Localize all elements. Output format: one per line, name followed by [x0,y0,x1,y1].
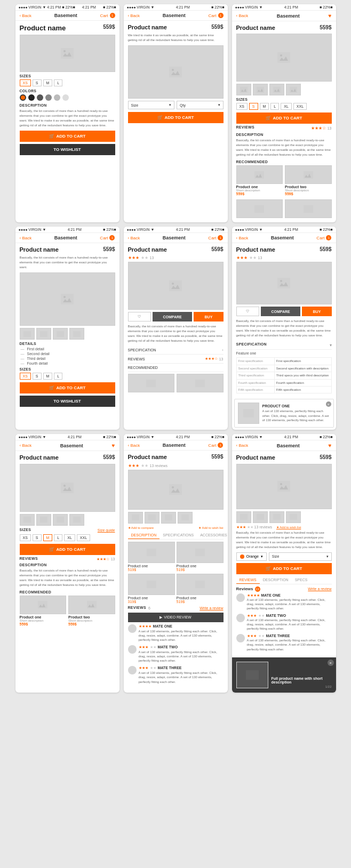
size-xxl-3[interactable]: XXL [293,103,307,110]
back-btn-8[interactable]: ‹ Back [236,443,249,448]
thumb-6-3[interactable] [53,514,68,526]
thumb-7-3[interactable] [161,512,176,524]
back-btn-3b[interactable]: ‹ Back [20,236,32,240]
add-to-cart-btn-2[interactable]: 🛒 ADD TO CART [128,112,224,123]
size-s-6[interactable]: S [33,534,42,541]
heart-btn-6[interactable]: ♥ [112,443,115,448]
size-l-1[interactable]: L [54,79,62,86]
add-to-cart-8[interactable]: 🛒 ADD TO CART [236,563,332,574]
to-wishlist-btn-1[interactable]: TO WISHLIST [20,144,115,155]
thumb-3b-3[interactable] [53,328,68,340]
write-review-7[interactable]: Write a review [200,606,223,610]
size-xxl-6[interactable]: XXL [77,534,90,541]
thumb-3-3[interactable] [269,84,284,95]
nav-right-1[interactable]: Cart 1 [100,13,115,18]
size-guide-6[interactable]: Size guide [98,528,115,532]
thumb-7-2[interactable] [145,512,159,524]
size-l-3b[interactable]: L [54,373,62,380]
add-to-cart-btn-3[interactable]: 🛒 ADD TO CART [236,112,332,124]
back-btn-5[interactable]: ‹ Back [236,236,249,240]
color-gray[interactable] [45,94,52,101]
size-s-3b[interactable]: S [33,373,42,380]
wishlist-btn-3b[interactable]: TO WISHLIST [20,396,115,407]
size-select-8[interactable]: Size ▾ [269,552,332,561]
back-btn-2[interactable]: ‹ Back [128,13,140,18]
color-orange[interactable] [20,94,26,101]
color-dark-gray[interactable] [37,94,43,101]
size-xs-1[interactable]: XS [20,79,31,86]
heart-icon-3[interactable]: ♥ [329,13,332,19]
add-wishlist-7[interactable]: ★ Add to wish list [198,526,223,529]
add-to-cart-btn-1[interactable]: 🛒 ADD TO CART [20,131,115,142]
size-xl-3[interactable]: XL [281,103,292,110]
size-xs-6[interactable]: XS [20,534,31,541]
thumb-3-1[interactable] [236,84,251,95]
thumb-6-2[interactable] [36,514,51,526]
size-m-3[interactable]: M [260,103,269,110]
size-xs-3b[interactable]: XS [20,373,31,380]
color-black[interactable] [28,94,35,101]
size-xs-3[interactable]: XS [236,103,248,110]
spec-row-4[interactable]: SPECIFICATION › [128,346,224,355]
tab-accessories-7[interactable]: ACCESSORIES [197,532,227,539]
spec-header-5[interactable]: SPECIFICATION ▾ [236,341,332,350]
close-banner-8[interactable]: × [328,660,334,666]
close-popup-5[interactable]: × [326,401,331,407]
tab-specs-8[interactable]: SPECS [292,576,311,584]
tab-specs-7[interactable]: SPECIFICATIONS [159,532,197,539]
reviews-row-4[interactable]: REVIEWS ★★★☆ 13 [128,355,224,364]
video-review-7[interactable]: ▶ VIDEO REVIEW [128,613,224,622]
thumb-8-4[interactable] [286,511,301,523]
write-review-8[interactable]: Write a review [308,587,331,591]
thumb-8-2[interactable] [253,511,268,523]
thumb-3-2[interactable] [253,84,268,95]
back-btn-3[interactable]: ‹ Back [236,13,249,18]
back-btn-4[interactable]: ‹ Back [128,236,140,240]
size-m-1[interactable]: M [43,79,53,86]
color-select-8[interactable]: Orange ▾ [236,552,267,561]
buy-btn-4[interactable]: BUY [194,312,223,322]
size-xl-6[interactable]: XL [64,534,75,541]
size-m-6[interactable]: M [43,534,53,541]
back-btn-6[interactable]: ‹ Back [20,443,32,448]
compare-btn-4[interactable]: COMPARE [153,312,193,322]
thumb-3b-1[interactable] [20,328,35,340]
add-to-cart-3b[interactable]: 🛒 ADD TO CART [20,382,115,393]
size-l-6[interactable]: L [54,534,62,541]
thumb-6-1[interactable] [20,514,35,526]
cart-btn-4[interactable]: Cart 1 [208,235,223,240]
cart-btn-3b[interactable]: Cart 1 [100,235,115,240]
add-wishlist-8[interactable]: ★ Add to wish list [276,525,301,529]
size-s-3[interactable]: S [249,103,258,110]
tab-description-7[interactable]: DESCRIPTION [128,532,160,539]
thumb-8-1[interactable] [236,511,251,523]
compare-btn-5[interactable]: COMPARE [261,307,301,316]
thumb-8-3[interactable] [269,511,284,523]
size-l-3[interactable]: L [270,103,279,110]
back-btn-7[interactable]: ‹ Back [128,443,140,448]
thumb-3b-4[interactable] [69,328,84,340]
cart-btn-2[interactable]: Cart 1 [208,13,223,18]
add-to-cart-6[interactable]: 🛒 ADD TO CART [20,544,115,555]
buy-btn-5[interactable]: BUY [302,307,331,316]
add-compare-7[interactable]: ★ Add to compare [128,526,154,529]
cart-btn-7[interactable]: Cart 1 [208,443,223,448]
thumb-3-4[interactable] [286,84,301,95]
back-button-1[interactable]: ‹ Back [20,13,31,18]
thumb-7-4[interactable] [178,512,193,524]
color-light-gray[interactable] [54,94,60,101]
thumb-6-4[interactable] [69,514,84,526]
tab-reviews-8[interactable]: Reviews [236,576,260,584]
size-m-3b[interactable]: M [43,373,53,380]
size-select-2[interactable]: Size ▾ [128,101,175,109]
thumb-7-1[interactable] [128,512,143,524]
thumb-3b-2[interactable] [36,328,51,340]
size-s-1[interactable]: S [33,79,42,86]
qty-select-2[interactable]: Qty ▾ [177,101,224,109]
heart-btn-8[interactable]: ♥ [329,443,332,448]
tab-description-8[interactable]: DESCRIPTION [260,576,292,584]
wishlist-btn-4[interactable]: ♡ [128,312,151,322]
color-white[interactable] [62,94,69,101]
wishlist-btn-5[interactable]: ♡ [236,307,259,316]
cart-btn-5[interactable]: Cart 1 [316,235,331,240]
